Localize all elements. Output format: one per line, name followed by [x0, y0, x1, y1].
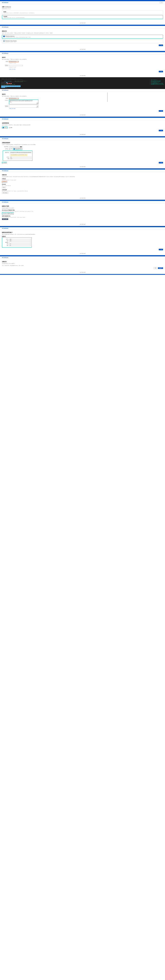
atlassian-footer: ATLASSIAN: [0, 21, 165, 25]
connection-string-radio[interactable]: 通过连接串字符串: [13, 148, 22, 150]
cluster-radio[interactable]: 集群: [9, 127, 12, 129]
empty-site-button[interactable]: 空白站点: [2, 186, 6, 188]
admin-email-input[interactable]: [9, 242, 31, 243]
start-button[interactable]: 开始: [154, 267, 157, 269]
terminal-screenshot: root@host:~# java -jar keygen.jar -p con…: [0, 77, 165, 89]
db-user-input[interactable]: [10, 157, 31, 158]
example-site-button[interactable]: 示范站点: [2, 181, 7, 183]
admin-name-input[interactable]: [9, 240, 31, 242]
manage-in-confluence-button[interactable]: 在Confluence中管理用户与组: [2, 212, 14, 215]
checkbox-icon[interactable]: [3, 40, 5, 42]
test-connection-button[interactable]: ✓ 测试连接: [2, 162, 7, 164]
admin-confirm-input[interactable]: [9, 245, 31, 246]
questions-license-textarea[interactable]: [9, 105, 38, 108]
license-input[interactable]: [9, 98, 19, 99]
checkbox-icon[interactable]: ✓: [3, 36, 5, 37]
next-button[interactable]: 下一步: [159, 249, 163, 250]
standalone-radio[interactable]: 独 单机: [2, 127, 8, 129]
license-input[interactable]: [9, 61, 19, 62]
team-calendars-option[interactable]: ✖ Confluence Team Calendars何以团约的活动，权限和项目…: [2, 40, 163, 43]
next-button[interactable]: 下一步: [159, 130, 163, 131]
next-button[interactable]: 下一步: [159, 45, 163, 46]
get-trial-link[interactable]: 没有密钥？获取试用密钥: [9, 69, 163, 70]
product-install-option[interactable]: 产品安装设置链接到Confluence已存库，也许会公会用，需要Confluen…: [2, 15, 163, 19]
next-button[interactable]: 下一步: [159, 71, 163, 72]
get-trial-link[interactable]: 没有密钥？获取试用密钥: [9, 108, 163, 109]
manage-jira-button[interactable]: 管理Jira管理: [2, 218, 8, 220]
next-button[interactable]: 下一步: [159, 110, 163, 112]
restore-backup-button[interactable]: 从备份中恢复站点: [2, 192, 8, 194]
language-button[interactable]: 中 语言: [160, 2, 163, 3]
license-textarea[interactable]: AAABmg0ODAoPeJyNkt9PwjAQx9/3VzTxSZOxlqJj…: [9, 100, 38, 104]
continue-button[interactable]: 继续配置: [158, 267, 163, 269]
questions-addon-option[interactable]: ✓✖ Confluence Questions通过Confluence Ques…: [2, 35, 163, 38]
trial-install-option[interactable]: 试安装试用着玩Confluence，也许会公会用，系统自带内置数据库，这个适合人…: [2, 10, 163, 14]
db-url-input[interactable]: [10, 152, 31, 153]
next-button[interactable]: 下一步: [159, 162, 163, 164]
page-title: 设置 Confluence: [2, 6, 163, 8]
db-type-select[interactable]: MySQL: [9, 146, 23, 147]
simple-radio[interactable]: 简单: [9, 148, 12, 150]
questions-license-input[interactable]: [9, 65, 23, 66]
db-password-input[interactable]: [10, 158, 31, 159]
admin-password-input[interactable]: [9, 243, 31, 245]
confluence-logo: ✖ Confluence: [2, 2, 8, 3]
admin-username-input[interactable]: [9, 239, 31, 240]
